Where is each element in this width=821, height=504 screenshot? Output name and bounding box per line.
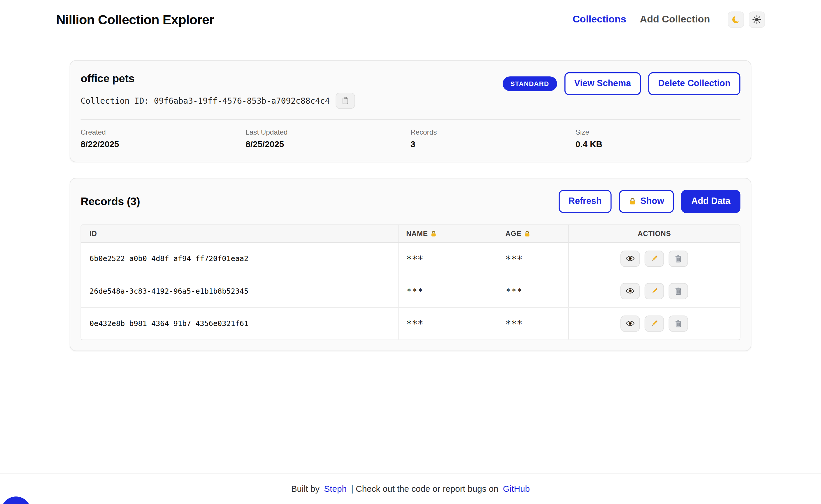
column-header-age: AGE [498, 225, 568, 242]
table-header-row: ID NAME AGE ACTIONS [81, 225, 740, 242]
record-age-masked: *** [498, 307, 568, 339]
show-values-button[interactable]: Show [619, 190, 674, 213]
column-header-actions: ACTIONS [568, 225, 740, 242]
footer: Built by Steph | Check out the code or r… [0, 473, 821, 504]
stat-size: Size 0.4 KB [575, 128, 741, 149]
stat-created: Created 8/22/2025 [81, 128, 246, 149]
stage: Nillion Collection Explorer Collections … [0, 0, 821, 504]
records-actions: Refresh Show Add Data [558, 190, 741, 213]
main-nav: Collections Add Collection [572, 11, 765, 28]
table-row: 0e432e8b-b981-4364-91b7-4356e0321f61 ***… [81, 307, 740, 339]
delete-record-button[interactable] [669, 315, 688, 332]
delete-collection-button[interactable]: Delete Collection [648, 72, 740, 95]
footer-middle: | Check out the code or report bugs on [351, 484, 498, 493]
lock-icon [524, 230, 530, 237]
collection-type-badge: STANDARD [503, 76, 557, 91]
dark-mode-button[interactable] [728, 11, 744, 28]
sun-icon [753, 15, 762, 24]
delete-record-button[interactable] [669, 283, 688, 299]
lock-icon [431, 230, 437, 237]
stat-records: Records 3 [410, 128, 575, 149]
pencil-icon [651, 287, 658, 295]
footer-text: Built by Steph | Check out the code or r… [290, 484, 531, 494]
github-link[interactable]: GitHub [503, 484, 530, 493]
column-header-id: ID [81, 225, 399, 242]
app: Nillion Collection Explorer Collections … [0, 0, 821, 504]
trash-icon [675, 255, 682, 262]
records-table: ID NAME AGE ACTIONS [81, 224, 741, 340]
light-mode-button[interactable] [749, 11, 765, 28]
copy-collection-id-button[interactable] [336, 93, 355, 109]
stat-last-updated: Last Updated 8/25/2025 [246, 128, 410, 149]
collection-actions: STANDARD View Schema Delete Collection [503, 72, 741, 95]
view-record-button[interactable] [621, 283, 640, 299]
theme-toggle-group [728, 11, 765, 28]
row-actions [576, 250, 732, 267]
record-id: 26de548a-3c83-4192-96a5-e1b1b8b52345 [81, 275, 399, 307]
row-actions [576, 315, 732, 332]
record-name-masked: *** [399, 307, 498, 339]
pencil-icon [651, 255, 658, 262]
clipboard-icon [341, 97, 349, 105]
pencil-icon [651, 319, 658, 327]
nav-add-collection[interactable]: Add Collection [640, 14, 710, 25]
record-name-masked: *** [399, 242, 498, 275]
records-card: Records (3) Refresh Show Add Data [70, 178, 751, 351]
trash-icon [675, 287, 682, 295]
record-age-masked: *** [498, 275, 568, 307]
collection-id-value: 09f6aba3-19ff-4576-853b-a7092c88c4c4 [154, 96, 330, 105]
delete-record-button[interactable] [669, 250, 688, 267]
collection-card: office pets Collection ID: 09f6aba3-19ff… [70, 60, 751, 162]
trash-icon [675, 319, 682, 327]
app-title: Nillion Collection Explorer [56, 12, 214, 27]
moon-icon [732, 15, 741, 24]
lock-icon [629, 198, 636, 205]
record-name-masked: *** [399, 275, 498, 307]
footer-built-by: Built by [291, 484, 320, 493]
column-header-name: NAME [399, 225, 498, 242]
records-title: Records (3) [81, 195, 140, 207]
record-age-masked: *** [498, 242, 568, 275]
view-record-button[interactable] [621, 250, 640, 267]
add-data-button[interactable]: Add Data [681, 190, 740, 213]
collection-id: Collection ID: 09f6aba3-19ff-4576-853b-a… [81, 96, 330, 105]
view-record-button[interactable] [621, 315, 640, 332]
refresh-button[interactable]: Refresh [558, 190, 612, 213]
collection-id-label: Collection ID: [81, 96, 149, 105]
table-row: 6b0e2522-a0b0-4d8f-af94-ff720f01eaa2 ***… [81, 242, 740, 275]
eye-icon [626, 255, 635, 262]
main-content: office pets Collection ID: 09f6aba3-19ff… [70, 39, 751, 473]
eye-icon [626, 288, 635, 294]
eye-icon [626, 320, 635, 327]
row-actions [576, 283, 732, 299]
collection-id-row: Collection ID: 09f6aba3-19ff-4576-853b-a… [81, 93, 355, 109]
record-id: 0e432e8b-b981-4364-91b7-4356e0321f61 [81, 307, 399, 339]
collection-name: office pets [81, 72, 355, 85]
edit-record-button[interactable] [645, 315, 664, 332]
record-id: 6b0e2522-a0b0-4d8f-af94-ff720f01eaa2 [81, 242, 399, 275]
nav-collections[interactable]: Collections [572, 14, 626, 25]
edit-record-button[interactable] [645, 250, 664, 267]
collection-info: office pets Collection ID: 09f6aba3-19ff… [81, 72, 355, 109]
author-link[interactable]: Steph [324, 484, 346, 493]
view-schema-button[interactable]: View Schema [564, 72, 641, 95]
collection-stats: Created 8/22/2025 Last Updated 8/25/2025… [81, 120, 741, 151]
table-row: 26de548a-3c83-4192-96a5-e1b1b8b52345 ***… [81, 275, 740, 307]
header: Nillion Collection Explorer Collections … [0, 0, 821, 39]
edit-record-button[interactable] [645, 283, 664, 299]
